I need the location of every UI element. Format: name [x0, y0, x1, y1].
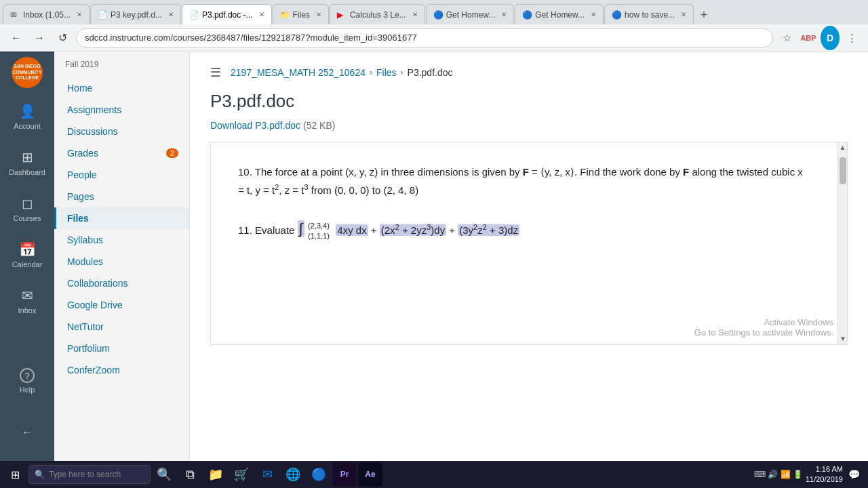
sidebar-item-assignments[interactable]: Assignments [54, 99, 189, 121]
sidebar-item-dashboard[interactable]: ⊞ Dashboard [0, 140, 54, 186]
sidebar-item-collaborations[interactable]: Collaborations [54, 272, 189, 294]
math-highlight-2x: (2x2 + 2yz3)dy [380, 224, 446, 236]
tab-favicon-hw1: 🔵 [433, 10, 443, 20]
tab-p3key[interactable]: 📄 P3 key.pdf.d... ✕ [90, 4, 181, 24]
sidebar-item-pages[interactable]: Pages [54, 186, 189, 207]
forward-button[interactable]: → [30, 28, 49, 47]
taskbar-app-mail[interactable]: ✉ [255, 462, 279, 487]
tab-close-hw1[interactable]: ✕ [501, 11, 507, 18]
taskbar-app-store[interactable]: 🛒 [229, 462, 254, 487]
tab-close-inbox[interactable]: ✕ [77, 11, 82, 18]
download-row: Download P3.pdf.doc (52 KB) [210, 120, 848, 131]
taskbar-time: 1:16 AM 11/20/2019 [806, 464, 843, 485]
taskbar-app-premiere[interactable]: Pr [332, 462, 357, 487]
tab-calculus[interactable]: ▶ Calculus 3 Le... ✕ [330, 4, 425, 24]
tab-close-files[interactable]: ✕ [316, 11, 321, 18]
sidebar-item-google-drive[interactable]: Google Drive [54, 294, 189, 316]
taskbar-app-aftereffects[interactable]: Ae [358, 462, 382, 487]
problem-11-integrand: 4xy dx + (2x2 + 2yz3)dy + (3y2z2 + 3)dz [336, 224, 519, 236]
start-button[interactable]: ⊞ [3, 462, 27, 487]
problem-11-number: 11. [238, 224, 252, 236]
taskbar: ⊞ 🔍 Type here to search 🔍 ⧉ 📁 🛒 ✉ 🌐 🔵 Pr… [0, 461, 868, 488]
back-button[interactable]: ← [7, 28, 26, 47]
tab-favicon-p3key: 📄 [98, 10, 107, 20]
sidebar-item-help[interactable]: ? Help [0, 358, 54, 404]
taskbar-search[interactable]: 🔍 Type here to search [28, 465, 151, 484]
inbox-icon: ✉ [22, 287, 33, 304]
tab-homework1[interactable]: 🔵 Get Homew... ✕ [426, 4, 515, 24]
sidebar-collapse-button[interactable]: ← [0, 409, 54, 455]
tab-close-p3doc[interactable]: ✕ [259, 11, 264, 18]
bookmark-button[interactable]: ☆ [777, 28, 796, 47]
sidebar-item-conferzoom[interactable]: ConferZoom [54, 359, 189, 381]
tab-howtosave[interactable]: 🔵 how to save... ✕ [604, 4, 694, 24]
page-title: P3.pdf.doc [210, 91, 848, 112]
problem-10-text2: from (0, 0, 0) to (2, 4, 8) [311, 184, 418, 196]
dashboard-icon: ⊞ [22, 149, 33, 165]
bounds-bot: (1,1,1) [308, 231, 330, 241]
sidebar-item-portfolium[interactable]: Portfolium [54, 338, 189, 359]
sidebar-item-people[interactable]: People [54, 164, 189, 186]
tab-p3doc[interactable]: 📄 P3.pdf.doc -... ✕ [182, 4, 272, 24]
help-icon: ? [20, 368, 35, 383]
taskbar-app-search[interactable]: 🔍 [152, 462, 176, 487]
notification-icon[interactable]: 💬 [848, 469, 860, 480]
calendar-icon: 📅 [19, 241, 36, 258]
breadcrumb-sep1: › [370, 68, 372, 77]
tab-close-howtosave[interactable]: ✕ [681, 11, 686, 18]
taskbar-app-task[interactable]: ⧉ [178, 462, 202, 487]
sidebar-item-calendar[interactable]: 📅 Calendar [0, 232, 54, 278]
sidebar-item-courses[interactable]: ◻ Courses [0, 186, 54, 232]
math-highlight-3y: (3y2z2 + 3)dz [458, 224, 519, 236]
new-tab-button[interactable]: + [694, 5, 713, 24]
sidebar-item-discussions[interactable]: Discussions [54, 121, 189, 142]
address-input[interactable] [76, 28, 773, 47]
sidebar-item-nettutor[interactable]: NetTutor [54, 316, 189, 338]
collapse-icon: ← [22, 426, 33, 439]
taskbar-icons-area: ⌨ 🔊 📶 🔋 [754, 470, 803, 479]
menu-button[interactable]: ⋮ [842, 28, 861, 47]
problem-11: 11. Evaluate ∫ (2,3,4) (1,1,1) 4xy dx + … [238, 216, 820, 243]
sidebar-item-home[interactable]: Home [54, 77, 189, 99]
taskbar-right: ⌨ 🔊 📶 🔋 1:16 AM 11/20/2019 💬 [754, 464, 865, 485]
profile-button[interactable]: D [821, 28, 840, 47]
app-body: SAN DIEGOCOMMUNITYCOLLEGE 👤 Account ⊞ Da… [0, 52, 868, 461]
user-avatar: D [821, 26, 840, 50]
sidebar-item-modules[interactable]: Modules [54, 251, 189, 272]
tab-homework2[interactable]: 🔵 Get Homew... ✕ [515, 4, 604, 24]
download-link[interactable]: Download P3.pdf.doc [210, 120, 300, 131]
adblock-button[interactable]: ABP [799, 28, 818, 47]
scrollbar-thumb[interactable] [840, 157, 846, 184]
activate-watermark: Activate Windows Go to Settings to activ… [694, 317, 833, 338]
file-size-value: (52 KB) [303, 120, 335, 131]
problem-10: 10. The force at a point (x, y, z) in th… [238, 163, 820, 199]
hamburger-button[interactable]: ☰ [210, 65, 226, 80]
doc-preview: ▲ ▼ 10. The force at a point (x, y, z) i… [210, 142, 848, 345]
tab-close-calculus[interactable]: ✕ [412, 11, 418, 18]
tab-close-hw2[interactable]: ✕ [591, 11, 596, 18]
refresh-button[interactable]: ↺ [53, 28, 72, 47]
taskbar-app-explorer[interactable]: 📁 [203, 462, 228, 487]
tab-inbox[interactable]: ✉ Inbox (1,05... ✕ [3, 4, 90, 24]
breadcrumb-sep2: › [401, 68, 403, 77]
breadcrumb-course-link[interactable]: 2197_MESA_MATH 252_10624 [231, 67, 366, 78]
canvas-logo[interactable]: SAN DIEGOCOMMUNITYCOLLEGE [12, 57, 43, 88]
sidebar-item-syllabus[interactable]: Syllabus [54, 229, 189, 251]
taskbar-app-chrome[interactable]: 🔵 [307, 462, 331, 487]
sidebar-item-files[interactable]: Files [54, 207, 189, 229]
sidebar-item-account[interactable]: 👤 Account [0, 94, 54, 140]
main-content: ☰ 2197_MESA_MATH 252_10624 › Files › P3.… [190, 52, 868, 461]
sidebar-item-grades[interactable]: Grades 2 [54, 142, 189, 164]
problem-10-number: 10. [238, 166, 252, 178]
breadcrumb-current: P3.pdf.doc [408, 67, 453, 78]
breadcrumb-files-link[interactable]: Files [376, 67, 397, 78]
search-icon: 🔍 [35, 470, 45, 479]
canvas-logo-img: SAN DIEGOCOMMUNITYCOLLEGE [12, 57, 43, 88]
tab-files[interactable]: 📁 Files ✕ [273, 4, 329, 24]
tabs-bar: ✉ Inbox (1,05... ✕ 📄 P3 key.pdf.d... ✕ 📄… [0, 0, 868, 24]
preview-scrollbar[interactable]: ▲ ▼ [837, 142, 847, 344]
problem-10-text: The force at a point (x, y, z) in three … [255, 166, 798, 178]
taskbar-app-edge[interactable]: 🌐 [281, 462, 305, 487]
sidebar-item-inbox[interactable]: ✉ Inbox [0, 278, 54, 324]
tab-close-p3key[interactable]: ✕ [168, 11, 174, 18]
